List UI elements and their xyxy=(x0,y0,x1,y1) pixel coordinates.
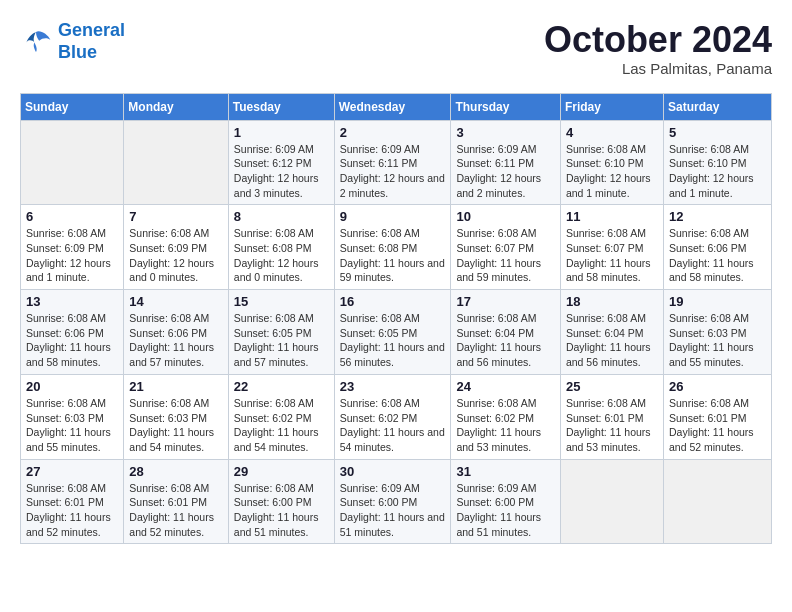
calendar-cell: 29 Sunrise: 6:08 AMSunset: 6:00 PMDaylig… xyxy=(228,459,334,544)
calendar-cell xyxy=(560,459,663,544)
day-detail: Sunrise: 6:08 AMSunset: 6:06 PMDaylight:… xyxy=(129,311,222,370)
day-number: 11 xyxy=(566,209,658,224)
day-detail: Sunrise: 6:08 AMSunset: 6:06 PMDaylight:… xyxy=(669,226,766,285)
calendar-cell: 21 Sunrise: 6:08 AMSunset: 6:03 PMDaylig… xyxy=(124,374,228,459)
calendar-table: SundayMondayTuesdayWednesdayThursdayFrid… xyxy=(20,93,772,545)
day-number: 27 xyxy=(26,464,118,479)
calendar-header-wednesday: Wednesday xyxy=(334,93,451,120)
calendar-body: 1 Sunrise: 6:09 AMSunset: 6:12 PMDayligh… xyxy=(21,120,772,544)
day-number: 21 xyxy=(129,379,222,394)
calendar-cell: 16 Sunrise: 6:08 AMSunset: 6:05 PMDaylig… xyxy=(334,290,451,375)
day-detail: Sunrise: 6:08 AMSunset: 6:00 PMDaylight:… xyxy=(234,481,329,540)
calendar-row-4: 27 Sunrise: 6:08 AMSunset: 6:01 PMDaylig… xyxy=(21,459,772,544)
calendar-cell: 8 Sunrise: 6:08 AMSunset: 6:08 PMDayligh… xyxy=(228,205,334,290)
day-number: 5 xyxy=(669,125,766,140)
calendar-header-tuesday: Tuesday xyxy=(228,93,334,120)
day-number: 16 xyxy=(340,294,446,309)
day-detail: Sunrise: 6:09 AMSunset: 6:11 PMDaylight:… xyxy=(340,142,446,201)
calendar-row-0: 1 Sunrise: 6:09 AMSunset: 6:12 PMDayligh… xyxy=(21,120,772,205)
calendar-row-1: 6 Sunrise: 6:08 AMSunset: 6:09 PMDayligh… xyxy=(21,205,772,290)
day-number: 22 xyxy=(234,379,329,394)
calendar-cell: 19 Sunrise: 6:08 AMSunset: 6:03 PMDaylig… xyxy=(663,290,771,375)
day-detail: Sunrise: 6:08 AMSunset: 6:07 PMDaylight:… xyxy=(456,226,555,285)
day-detail: Sunrise: 6:08 AMSunset: 6:02 PMDaylight:… xyxy=(456,396,555,455)
day-number: 30 xyxy=(340,464,446,479)
calendar-cell: 17 Sunrise: 6:08 AMSunset: 6:04 PMDaylig… xyxy=(451,290,561,375)
day-number: 24 xyxy=(456,379,555,394)
day-detail: Sunrise: 6:08 AMSunset: 6:09 PMDaylight:… xyxy=(129,226,222,285)
title-block: October 2024 Las Palmitas, Panama xyxy=(544,20,772,77)
calendar-cell: 6 Sunrise: 6:08 AMSunset: 6:09 PMDayligh… xyxy=(21,205,124,290)
logo: General Blue xyxy=(20,20,125,63)
calendar-cell: 13 Sunrise: 6:08 AMSunset: 6:06 PMDaylig… xyxy=(21,290,124,375)
day-number: 4 xyxy=(566,125,658,140)
day-detail: Sunrise: 6:08 AMSunset: 6:04 PMDaylight:… xyxy=(566,311,658,370)
calendar-cell: 24 Sunrise: 6:08 AMSunset: 6:02 PMDaylig… xyxy=(451,374,561,459)
calendar-cell: 10 Sunrise: 6:08 AMSunset: 6:07 PMDaylig… xyxy=(451,205,561,290)
calendar-cell xyxy=(663,459,771,544)
day-number: 26 xyxy=(669,379,766,394)
day-number: 13 xyxy=(26,294,118,309)
calendar-cell: 15 Sunrise: 6:08 AMSunset: 6:05 PMDaylig… xyxy=(228,290,334,375)
calendar-cell: 28 Sunrise: 6:08 AMSunset: 6:01 PMDaylig… xyxy=(124,459,228,544)
calendar-cell: 22 Sunrise: 6:08 AMSunset: 6:02 PMDaylig… xyxy=(228,374,334,459)
day-detail: Sunrise: 6:08 AMSunset: 6:05 PMDaylight:… xyxy=(340,311,446,370)
calendar-cell: 5 Sunrise: 6:08 AMSunset: 6:10 PMDayligh… xyxy=(663,120,771,205)
day-detail: Sunrise: 6:08 AMSunset: 6:06 PMDaylight:… xyxy=(26,311,118,370)
day-number: 8 xyxy=(234,209,329,224)
day-number: 20 xyxy=(26,379,118,394)
calendar-header-saturday: Saturday xyxy=(663,93,771,120)
calendar-header-monday: Monday xyxy=(124,93,228,120)
calendar-header-friday: Friday xyxy=(560,93,663,120)
calendar-cell: 18 Sunrise: 6:08 AMSunset: 6:04 PMDaylig… xyxy=(560,290,663,375)
day-number: 28 xyxy=(129,464,222,479)
day-detail: Sunrise: 6:09 AMSunset: 6:12 PMDaylight:… xyxy=(234,142,329,201)
day-number: 12 xyxy=(669,209,766,224)
calendar-cell: 27 Sunrise: 6:08 AMSunset: 6:01 PMDaylig… xyxy=(21,459,124,544)
day-number: 17 xyxy=(456,294,555,309)
calendar-cell: 31 Sunrise: 6:09 AMSunset: 6:00 PMDaylig… xyxy=(451,459,561,544)
day-detail: Sunrise: 6:08 AMSunset: 6:05 PMDaylight:… xyxy=(234,311,329,370)
calendar-cell: 26 Sunrise: 6:08 AMSunset: 6:01 PMDaylig… xyxy=(663,374,771,459)
logo-text: General Blue xyxy=(58,20,125,63)
calendar-cell: 12 Sunrise: 6:08 AMSunset: 6:06 PMDaylig… xyxy=(663,205,771,290)
calendar-header-thursday: Thursday xyxy=(451,93,561,120)
calendar-cell: 3 Sunrise: 6:09 AMSunset: 6:11 PMDayligh… xyxy=(451,120,561,205)
day-detail: Sunrise: 6:08 AMSunset: 6:01 PMDaylight:… xyxy=(129,481,222,540)
calendar-header-sunday: Sunday xyxy=(21,93,124,120)
day-detail: Sunrise: 6:08 AMSunset: 6:02 PMDaylight:… xyxy=(340,396,446,455)
calendar-row-3: 20 Sunrise: 6:08 AMSunset: 6:03 PMDaylig… xyxy=(21,374,772,459)
day-detail: Sunrise: 6:08 AMSunset: 6:03 PMDaylight:… xyxy=(669,311,766,370)
day-number: 25 xyxy=(566,379,658,394)
day-number: 10 xyxy=(456,209,555,224)
day-detail: Sunrise: 6:09 AMSunset: 6:00 PMDaylight:… xyxy=(456,481,555,540)
day-detail: Sunrise: 6:08 AMSunset: 6:01 PMDaylight:… xyxy=(669,396,766,455)
calendar-cell xyxy=(124,120,228,205)
day-number: 23 xyxy=(340,379,446,394)
day-number: 18 xyxy=(566,294,658,309)
day-number: 3 xyxy=(456,125,555,140)
day-number: 19 xyxy=(669,294,766,309)
calendar-cell: 4 Sunrise: 6:08 AMSunset: 6:10 PMDayligh… xyxy=(560,120,663,205)
calendar-cell: 14 Sunrise: 6:08 AMSunset: 6:06 PMDaylig… xyxy=(124,290,228,375)
calendar-cell: 11 Sunrise: 6:08 AMSunset: 6:07 PMDaylig… xyxy=(560,205,663,290)
calendar-row-2: 13 Sunrise: 6:08 AMSunset: 6:06 PMDaylig… xyxy=(21,290,772,375)
day-detail: Sunrise: 6:08 AMSunset: 6:01 PMDaylight:… xyxy=(26,481,118,540)
logo-line1: General xyxy=(58,20,125,40)
day-detail: Sunrise: 6:08 AMSunset: 6:04 PMDaylight:… xyxy=(456,311,555,370)
calendar-cell: 2 Sunrise: 6:09 AMSunset: 6:11 PMDayligh… xyxy=(334,120,451,205)
day-number: 2 xyxy=(340,125,446,140)
day-detail: Sunrise: 6:08 AMSunset: 6:07 PMDaylight:… xyxy=(566,226,658,285)
calendar-cell: 25 Sunrise: 6:08 AMSunset: 6:01 PMDaylig… xyxy=(560,374,663,459)
calendar-cell: 30 Sunrise: 6:09 AMSunset: 6:00 PMDaylig… xyxy=(334,459,451,544)
day-detail: Sunrise: 6:08 AMSunset: 6:01 PMDaylight:… xyxy=(566,396,658,455)
calendar-cell: 7 Sunrise: 6:08 AMSunset: 6:09 PMDayligh… xyxy=(124,205,228,290)
day-number: 29 xyxy=(234,464,329,479)
day-detail: Sunrise: 6:08 AMSunset: 6:03 PMDaylight:… xyxy=(129,396,222,455)
calendar-cell: 1 Sunrise: 6:09 AMSunset: 6:12 PMDayligh… xyxy=(228,120,334,205)
day-number: 7 xyxy=(129,209,222,224)
day-detail: Sunrise: 6:08 AMSunset: 6:03 PMDaylight:… xyxy=(26,396,118,455)
page-header: General Blue October 2024 Las Palmitas, … xyxy=(20,20,772,77)
day-number: 9 xyxy=(340,209,446,224)
calendar-header-row: SundayMondayTuesdayWednesdayThursdayFrid… xyxy=(21,93,772,120)
